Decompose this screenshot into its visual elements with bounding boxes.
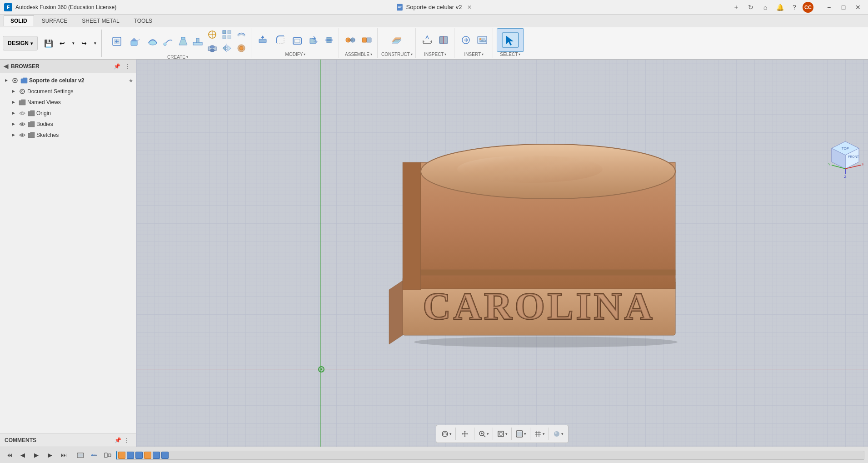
sweep-btn[interactable] bbox=[162, 33, 175, 50]
timeline-prev-btn[interactable]: ◀ bbox=[17, 450, 28, 461]
thicken-btn[interactable] bbox=[234, 28, 248, 41]
section-analysis-btn[interactable] bbox=[436, 28, 451, 52]
tree-item-root[interactable]: Soporte de celular v2 ★ bbox=[0, 75, 136, 86]
new-component-btn[interactable] bbox=[107, 30, 126, 53]
mirror-btn[interactable] bbox=[220, 42, 234, 55]
origin-visibility[interactable] bbox=[18, 109, 26, 117]
display-dropdown[interactable]: ▾ bbox=[524, 432, 526, 436]
fillet-btn[interactable] bbox=[273, 28, 289, 52]
grid-btn[interactable]: ▾ bbox=[533, 428, 546, 440]
fit-dropdown[interactable]: ▾ bbox=[505, 432, 508, 436]
canvas-btn[interactable] bbox=[474, 28, 490, 52]
tab-close-icon[interactable]: ✕ bbox=[467, 4, 472, 10]
sketches-visibility[interactable] bbox=[18, 131, 26, 139]
rib-btn[interactable] bbox=[191, 33, 205, 50]
redo-arrow[interactable]: ▾ bbox=[91, 37, 99, 50]
zoom-btn[interactable]: ▾ bbox=[477, 428, 490, 440]
revolve-btn[interactable] bbox=[145, 30, 161, 53]
tab-solid[interactable]: SOLID bbox=[4, 15, 34, 26]
assemble-group-label[interactable]: ASSEMBLE ▾ bbox=[345, 52, 372, 58]
tree-item-bodies[interactable]: Bodies bbox=[0, 119, 136, 130]
timeline-feature-3[interactable] bbox=[135, 452, 143, 459]
sketches-toggle[interactable] bbox=[10, 131, 17, 139]
display-mode-btn[interactable]: ▾ bbox=[514, 428, 527, 440]
tree-item-sketches[interactable]: Sketches bbox=[0, 130, 136, 141]
grid-dropdown[interactable]: ▾ bbox=[543, 432, 545, 436]
user-avatar[interactable]: CC bbox=[803, 2, 813, 13]
select-btn[interactable] bbox=[497, 28, 524, 52]
home-btn[interactable]: ⌂ bbox=[759, 3, 772, 12]
notification-btn[interactable]: 🔔 bbox=[773, 3, 786, 12]
timeline-bar[interactable] bbox=[116, 451, 864, 460]
minimize-btn[interactable]: − bbox=[823, 3, 835, 12]
select-group-label[interactable]: SELECT ▾ bbox=[500, 52, 520, 58]
tab-tools[interactable]: TOOLS bbox=[127, 15, 159, 26]
boundary-fill-btn[interactable] bbox=[234, 42, 248, 55]
align-btn[interactable] bbox=[322, 33, 336, 47]
refresh-btn[interactable]: ↻ bbox=[744, 3, 757, 12]
rectangular-pattern-btn[interactable] bbox=[220, 28, 234, 41]
new-tab-btn[interactable]: ＋ bbox=[730, 3, 743, 12]
undo-arrow[interactable]: ▾ bbox=[70, 37, 77, 50]
timeline-timeline-btn[interactable] bbox=[89, 450, 100, 461]
offset-plane-btn[interactable] bbox=[389, 28, 404, 52]
undo-btn[interactable]: ↩ bbox=[56, 37, 69, 50]
design-dropdown-btn[interactable]: DESIGN ▾ bbox=[3, 36, 38, 50]
timeline-prev-start-btn[interactable]: ⏮ bbox=[4, 450, 15, 461]
timeline-feature-5[interactable] bbox=[153, 452, 160, 459]
maximize-btn[interactable]: □ bbox=[837, 3, 850, 12]
doc-settings-toggle[interactable] bbox=[10, 88, 17, 95]
orientation-cube[interactable]: TOP FRONT Z X Y bbox=[827, 137, 863, 173]
visual-style-btn[interactable]: ▾ bbox=[552, 428, 564, 440]
timeline-next-btn[interactable]: ▶ bbox=[45, 450, 55, 461]
measure-btn[interactable] bbox=[419, 28, 435, 52]
extrude-btn[interactable] bbox=[127, 30, 144, 53]
loft-btn[interactable] bbox=[176, 33, 190, 50]
root-toggle[interactable] bbox=[3, 77, 10, 84]
modify-group-label[interactable]: MODIFY ▾ bbox=[285, 52, 306, 58]
as-built-joint-btn[interactable] bbox=[359, 28, 374, 52]
tree-item-origin[interactable]: Origin bbox=[0, 108, 136, 119]
tab-sheet-metal[interactable]: SHEET METAL bbox=[75, 15, 126, 26]
insert-group-label[interactable]: INSERT ▾ bbox=[464, 52, 484, 58]
visual-style-dropdown[interactable]: ▾ bbox=[561, 432, 564, 436]
collapse-sidebar-btn[interactable]: ◀ bbox=[4, 63, 8, 70]
timeline-settings-btn[interactable] bbox=[102, 450, 113, 461]
shell-btn[interactable] bbox=[289, 28, 305, 52]
inspect-group-label[interactable]: INSPECT ▾ bbox=[424, 52, 446, 58]
press-pull-btn[interactable] bbox=[255, 28, 272, 52]
help-btn[interactable]: ? bbox=[788, 3, 801, 12]
viewport[interactable]: CAROLINA CAROLINA TOP bbox=[136, 60, 868, 447]
comments-pin-btn[interactable]: 📌 bbox=[113, 436, 122, 445]
orbit-btn[interactable]: ▾ bbox=[440, 428, 453, 440]
timeline-feature-1[interactable] bbox=[118, 452, 125, 459]
tree-item-named-views[interactable]: Named Views bbox=[0, 97, 136, 108]
root-vis-toggle[interactable] bbox=[11, 76, 19, 85]
timeline-play-btn[interactable]: ▶ bbox=[31, 450, 42, 461]
timeline-feature-2[interactable] bbox=[127, 452, 134, 459]
timeline-feature-4[interactable] bbox=[144, 452, 151, 459]
close-btn[interactable]: ✕ bbox=[852, 3, 864, 12]
hole-btn[interactable] bbox=[205, 42, 219, 55]
tab-surface[interactable]: SURFACE bbox=[35, 15, 75, 26]
browser-resize-btn[interactable]: ⋮ bbox=[123, 62, 132, 71]
bodies-toggle[interactable] bbox=[10, 121, 17, 128]
fit-btn[interactable]: ▾ bbox=[496, 428, 509, 440]
web-btn[interactable] bbox=[205, 28, 219, 41]
move-copy-btn[interactable] bbox=[306, 28, 321, 52]
timeline-capture-btn[interactable] bbox=[75, 450, 86, 461]
insert-derive-btn[interactable] bbox=[458, 28, 474, 52]
browser-pin-btn[interactable]: 📌 bbox=[112, 62, 121, 71]
redo-btn[interactable]: ↪ bbox=[78, 37, 90, 50]
named-views-toggle[interactable] bbox=[10, 99, 17, 106]
origin-toggle[interactable] bbox=[10, 110, 17, 117]
orbit-dropdown[interactable]: ▾ bbox=[449, 432, 452, 436]
pan-btn[interactable] bbox=[459, 428, 471, 440]
joint-btn[interactable] bbox=[343, 28, 358, 52]
save-btn[interactable]: 💾 bbox=[42, 37, 55, 50]
zoom-dropdown[interactable]: ▾ bbox=[487, 432, 489, 436]
timeline-next-end-btn[interactable]: ⏭ bbox=[58, 450, 69, 461]
tree-item-doc-settings[interactable]: Document Settings bbox=[0, 86, 136, 97]
construct-group-label[interactable]: CONSTRUCT ▾ bbox=[381, 52, 413, 58]
bodies-visibility[interactable] bbox=[18, 120, 26, 128]
